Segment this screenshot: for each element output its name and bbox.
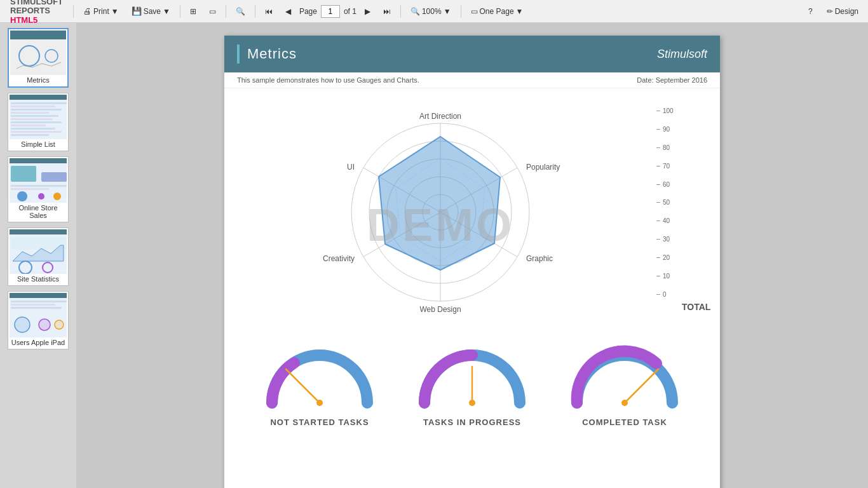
sidebar-preview-onlinestore xyxy=(10,158,67,203)
search-icon: 🔍 xyxy=(236,7,245,16)
radar-label-webdesign: Web Design xyxy=(419,305,461,314)
svg-rect-4 xyxy=(11,102,67,104)
svg-rect-12 xyxy=(11,128,55,130)
scale-50: 50 xyxy=(656,199,670,206)
help-button[interactable]: ? xyxy=(804,5,817,18)
scale-tick-50 xyxy=(656,202,660,203)
svg-point-21 xyxy=(38,193,44,200)
gauge-in-progress-svg xyxy=(412,342,532,412)
first-page-icon: ⏮ xyxy=(265,7,273,16)
svg-rect-29 xyxy=(11,301,67,302)
view-single-icon: ▭ xyxy=(209,7,216,16)
svg-rect-17 xyxy=(41,172,67,182)
sidebar-item-onlinestore[interactable]: Online Store Sales xyxy=(8,156,69,222)
print-button[interactable]: 🖨 Print ▼ xyxy=(79,4,123,18)
svg-rect-19 xyxy=(11,188,49,190)
scale-tick-0 xyxy=(656,294,660,295)
toolbar-separator-4 xyxy=(255,5,255,18)
sidebar-item-simplelist[interactable]: Simple List xyxy=(8,93,69,151)
save-button[interactable]: 💾 Save ▼ xyxy=(127,4,175,18)
svg-rect-30 xyxy=(11,304,55,306)
page-label: Page xyxy=(299,7,317,16)
radar-label-graphic: Graphic xyxy=(526,254,553,263)
toolbar-separator-6 xyxy=(461,5,461,18)
design-icon: ✏ xyxy=(827,7,833,16)
svg-rect-18 xyxy=(11,185,67,187)
sidebar-item-useripad[interactable]: Users Apple iPad xyxy=(8,291,69,349)
svg-rect-3 xyxy=(10,95,67,100)
save-label: Save xyxy=(144,7,161,16)
report-subheader: This sample demonstrates how to use Gaug… xyxy=(224,72,720,88)
report-title: Metrics xyxy=(247,46,297,62)
sidebar-item-metrics[interactable]: Metrics xyxy=(8,28,69,88)
next-page-button[interactable]: ▶ xyxy=(360,5,375,18)
scale-20: 20 xyxy=(656,254,670,261)
report-page: Metrics Stimulsoft This sample demonstra… xyxy=(224,36,720,488)
first-page-button[interactable]: ⏮ xyxy=(261,5,277,18)
scale-0: 0 xyxy=(656,291,667,298)
zoom-button[interactable]: 🔍 100% ▼ xyxy=(406,5,456,18)
scale-val-90: 90 xyxy=(663,126,670,133)
scale-70: 70 xyxy=(656,163,670,170)
toolbar-separator-2 xyxy=(180,5,180,18)
svg-point-20 xyxy=(17,191,27,201)
scale-val-40: 40 xyxy=(663,217,670,224)
zoom-label: 100% xyxy=(422,7,442,16)
scale-container: 100 90 80 70 xyxy=(656,95,707,330)
scale-tick-10 xyxy=(656,276,660,276)
svg-rect-13 xyxy=(11,131,62,133)
radar-label-popularity: Popularity xyxy=(526,163,560,172)
scale-tick-100 xyxy=(656,111,660,111)
save-icon: 💾 xyxy=(132,6,142,16)
svg-point-33 xyxy=(39,319,50,330)
prev-page-button[interactable]: ◀ xyxy=(281,5,295,18)
scale-90: 90 xyxy=(656,126,670,133)
scale-tick-80 xyxy=(656,147,660,148)
gauge-in-progress-label: TASKS IN PROGRESS xyxy=(423,417,521,427)
scale-val-10: 10 xyxy=(663,273,670,280)
scale-val-70: 70 xyxy=(663,163,670,170)
scale-100: 100 xyxy=(656,107,674,114)
report-title-area: Metrics xyxy=(237,44,297,64)
toolbar-separator-1 xyxy=(73,5,74,18)
gauge-completed-label: COMPLETED TASK xyxy=(582,417,667,427)
scale-tick-90 xyxy=(656,129,660,130)
scale-val-60: 60 xyxy=(663,181,670,188)
design-button[interactable]: ✏ Design xyxy=(822,5,863,18)
last-page-button[interactable]: ⏭ xyxy=(379,5,395,18)
page-input[interactable] xyxy=(321,5,340,18)
sidebar-label-onlinestore: Online Store Sales xyxy=(10,203,67,220)
scale-bar: 100 90 80 70 xyxy=(656,107,674,298)
gauges-section: NOT STARTED TASKS TASKS IN PROGRESS xyxy=(224,336,720,427)
svg-rect-6 xyxy=(11,109,62,111)
search-button[interactable]: 🔍 xyxy=(231,5,250,18)
scale-val-0: 0 xyxy=(663,291,667,298)
next-page-icon: ▶ xyxy=(365,7,370,16)
sidebar-label-simplelist: Simple List xyxy=(10,139,67,149)
view-toggle-button[interactable]: ⊞ xyxy=(186,5,201,18)
svg-point-34 xyxy=(55,320,64,329)
gauge-not-started: NOT STARTED TASKS xyxy=(256,342,383,427)
radar-container: Art Direction Popularity Graphic Web Des… xyxy=(237,95,644,330)
scale-40: 40 xyxy=(656,217,670,224)
scale-val-50: 50 xyxy=(663,199,670,206)
svg-line-53 xyxy=(625,369,658,403)
toolbar: STIMULSOFT REPORTS HTML5 🖨 Print ▼ 💾 Sav… xyxy=(0,0,868,23)
report-subtitle: This sample demonstrates how to use Gaug… xyxy=(237,76,419,84)
view-single-button[interactable]: ▭ xyxy=(205,5,220,18)
scale-tick-70 xyxy=(656,166,660,166)
svg-rect-23 xyxy=(10,229,67,234)
total-label: TOTAL xyxy=(682,302,710,312)
toolbar-separator-3 xyxy=(226,5,226,18)
svg-point-26 xyxy=(19,261,32,274)
chart-area: Art Direction Popularity Graphic Web Des… xyxy=(224,88,720,336)
svg-rect-10 xyxy=(11,121,62,123)
svg-rect-28 xyxy=(10,293,67,298)
sidebar-item-sitestat[interactable]: Site Statistics xyxy=(8,227,69,286)
sidebar-label-useripad: Users Apple iPad xyxy=(10,337,67,348)
svg-rect-0 xyxy=(10,30,66,39)
view-mode-button[interactable]: ▭ One Page ▼ xyxy=(466,5,528,18)
svg-rect-5 xyxy=(11,105,55,107)
sidebar-thumb-img-useripad xyxy=(10,293,67,337)
radar-chart-svg: Art Direction Popularity Graphic Web Des… xyxy=(288,95,593,330)
